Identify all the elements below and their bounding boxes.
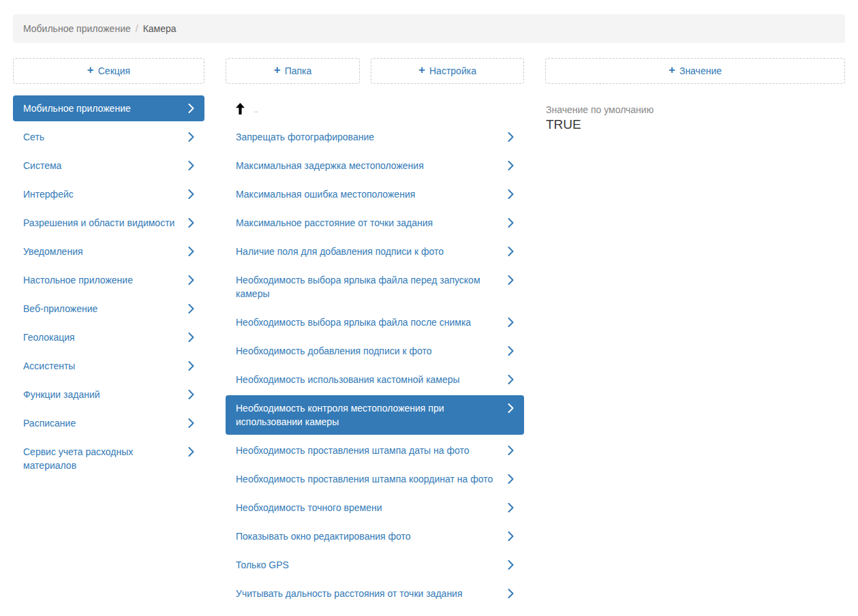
list-item-label: Функции заданий [23,388,180,401]
chevron-right-icon [508,587,514,600]
chevron-right-icon [508,315,514,329]
list-item-label: Необходимость выбора ярлыка файла после … [236,315,500,329]
add-value-button[interactable]: + Значение [545,58,845,84]
list-item[interactable]: Геолокация [13,324,204,350]
default-value-label: Значение по умолчанию [546,104,845,116]
breadcrumb-current: Камера [143,23,177,34]
list-item[interactable]: Необходимость выбора ярлыка файла после … [226,309,524,335]
chevron-right-icon [508,472,514,486]
add-folder-label: Папка [285,65,312,76]
list-item[interactable]: Необходимость проставления штампа коорди… [226,466,524,492]
list-item-label: Расписание [23,416,180,430]
list-item[interactable]: Сеть [13,124,204,150]
chevron-right-icon [508,216,514,230]
chevron-right-icon [508,501,514,514]
list-item-label: Наличие поля для добавления подписи к фо… [236,245,500,258]
list-item-label: Максимальная задержка местоположения [236,159,500,172]
plus-icon: + [274,63,281,77]
list-item-label: Необходимость контроля местоположения пр… [236,401,500,429]
list-item-label: Запрещать фотографирование [236,130,500,144]
chevron-right-icon [508,130,514,144]
list-item-label: Максимальное расстояние от точки задания [236,216,500,230]
list-item[interactable]: Учитывать дальность расстояния от точки … [226,581,524,606]
list-item[interactable]: Необходимость контроля местоположения пр… [226,395,524,435]
list-item-label: Учитывать дальность расстояния от точки … [236,587,500,600]
chevron-right-icon [188,388,194,401]
add-section-button[interactable]: + Секция [13,58,204,84]
list-item[interactable]: Необходимость выбора ярлыка файла перед … [226,267,524,307]
plus-icon: + [418,63,425,77]
value-column: + Значение Значение по умолчанию TRUE [545,58,845,609]
chevron-right-icon [508,344,514,358]
list-item-label: Система [23,159,180,172]
plus-icon: + [87,63,94,77]
parent-folder-link[interactable]: .. [226,95,524,121]
list-item[interactable]: Запрещать фотографирование [226,124,524,150]
settings-column: + Папка + Настройка .. Запрещать фотогра… [226,58,524,609]
list-item[interactable]: Необходимость использования кастомной ка… [226,367,524,392]
list-item[interactable]: Веб-приложение [13,296,204,322]
chevron-right-icon [188,187,194,201]
list-item[interactable]: Необходимость точного времени [226,495,524,521]
chevron-right-icon [508,187,514,201]
add-folder-button[interactable]: + Папка [226,58,360,84]
list-item[interactable]: Система [13,153,204,179]
list-item[interactable]: Максимальное расстояние от точки задания [226,210,524,236]
list-item[interactable]: Максимальная задержка местоположения [226,153,524,179]
chevron-right-icon [188,216,194,230]
settings-list: Запрещать фотографирование Максимальная … [226,124,524,606]
list-item-label: Геолокация [23,330,180,344]
list-item-label: Необходимость точного времени [236,501,500,514]
list-item-label: Интерфейс [23,187,180,201]
list-item[interactable]: Наличие поля для добавления подписи к фо… [226,238,524,264]
list-item[interactable]: Уведомления [13,238,204,264]
list-item[interactable]: Разрешения и области видимости [13,210,204,236]
list-item[interactable]: Показывать окно редактирования фото [226,523,524,549]
list-item-label: Необходимость выбора ярлыка файла перед … [236,273,500,301]
chevron-right-icon [188,130,194,144]
list-item-label: Мобильное приложение [23,102,180,115]
list-item-label: Сервис учета расходных материалов [23,445,180,472]
chevron-right-icon [508,444,514,457]
list-item-label: Настольное приложение [23,273,180,287]
list-item[interactable]: Только GPS [226,552,524,578]
list-item-label: Ассистенты [23,359,180,373]
chevron-right-icon [188,330,194,344]
list-item-label: Веб-приложение [23,302,180,315]
breadcrumb-separator: / [136,23,138,34]
value-panel: Значение по умолчанию TRUE [545,104,845,133]
list-item[interactable]: Функции заданий [13,382,204,407]
list-item-label: Необходимость добавления подписи к фото [236,344,500,358]
list-item[interactable]: Мобильное приложение [13,95,204,121]
list-item-label: Сеть [23,130,180,144]
list-item[interactable]: Расписание [13,410,204,436]
add-setting-button[interactable]: + Настройка [371,58,524,84]
chevron-right-icon [188,159,194,172]
list-item[interactable]: Максимальная ошибка местоположения [226,181,524,207]
add-setting-label: Настройка [429,65,476,76]
list-item-label: Только GPS [236,558,500,572]
chevron-right-icon [508,273,514,287]
list-item[interactable]: Необходимость добавления подписи к фото [226,338,524,364]
list-item[interactable]: Необходимость проставления штампа даты н… [226,437,524,463]
main-layout: + Секция Мобильное приложение Сеть Систе… [0,58,858,609]
list-item[interactable]: Интерфейс [13,181,204,207]
chevron-right-icon [188,359,194,373]
breadcrumb: Мобильное приложение/Камера [13,14,845,43]
breadcrumb-section-link[interactable]: Мобильное приложение [23,23,131,34]
chevron-right-icon [188,302,194,315]
list-item-label: Разрешения и области видимости [23,216,180,230]
sections-column: + Секция Мобильное приложение Сеть Систе… [13,58,204,609]
chevron-right-icon [188,245,194,258]
list-item[interactable]: Сервис учета расходных материалов [13,439,204,478]
chevron-right-icon [508,401,514,415]
up-arrow-icon [236,103,245,114]
chevron-right-icon [508,558,514,572]
list-item-label: Необходимость проставления штампа коорди… [236,472,500,486]
parent-folder-label: .. [254,106,258,113]
list-item[interactable]: Ассистенты [13,353,204,379]
value-toolbar: + Значение [545,58,845,84]
chevron-right-icon [188,102,194,115]
list-item-label: Уведомления [23,245,180,258]
list-item[interactable]: Настольное приложение [13,267,204,293]
